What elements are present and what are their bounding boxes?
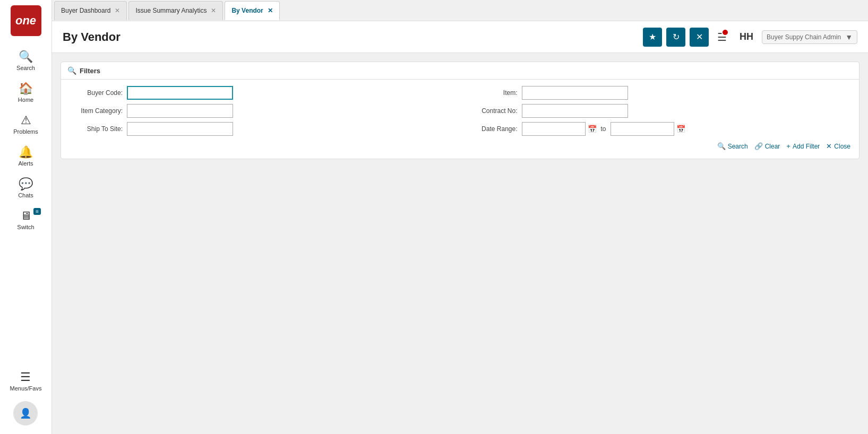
- add-filter-icon: +: [786, 142, 790, 150]
- header-actions: ★ ↻ ✕ ☰ HH Buyer Suppy Chain Admin ▼: [643, 28, 857, 47]
- tab-buyer-dashboard[interactable]: Buyer Dashboard ✕: [54, 1, 127, 20]
- buyer-code-label: Buyer Code:: [70, 89, 123, 97]
- sidebar-item-alerts[interactable]: 🔔 Alerts: [0, 140, 51, 172]
- filter-row-date-range: Date Range: 📅 to 📅: [465, 122, 851, 136]
- notification-dot: [721, 29, 729, 36]
- item-label: Item:: [465, 89, 518, 97]
- search-filter-label: Search: [728, 143, 748, 150]
- ship-to-site-label: Ship To Site:: [70, 125, 123, 133]
- close-filter-icon: ✕: [826, 142, 832, 150]
- filter-actions: 🔍 Search 🔗 Clear + Add Filter ✕ Close: [61, 136, 859, 150]
- filters-header: 🔍 Filters: [61, 62, 859, 80]
- sidebar: one 🔍 Search 🏠 Home ⚠ Problems 🔔 Alerts …: [0, 0, 52, 434]
- close-icon: ✕: [696, 32, 703, 42]
- item-input[interactable]: [522, 86, 628, 100]
- sidebar-item-home-label: Home: [18, 97, 33, 103]
- user-initials: HH: [740, 31, 753, 42]
- contract-no-input[interactable]: [522, 104, 628, 118]
- app-logo[interactable]: one: [11, 5, 41, 36]
- filters-panel: 🔍 Filters Buyer Code: Item Category: Shi…: [61, 62, 860, 159]
- clear-filter-icon: 🔗: [754, 142, 763, 150]
- filters-right-col: Item: Contract No: Date Range: 📅 to: [465, 86, 851, 136]
- tab-issue-summary-analytics[interactable]: Issue Summary Analytics ✕: [128, 1, 223, 20]
- sidebar-item-menus-favs[interactable]: ☰ Menus/Favs: [10, 365, 42, 397]
- filter-icon: 🔍: [67, 66, 76, 75]
- calendar-from-icon[interactable]: 📅: [588, 125, 597, 133]
- tab-buyer-dashboard-close[interactable]: ✕: [115, 7, 120, 14]
- user-role-label: Buyer Suppy Chain Admin: [767, 33, 845, 41]
- sidebar-item-search-label: Search: [16, 65, 35, 71]
- add-filter-label: Add Filter: [793, 143, 820, 150]
- favorite-button[interactable]: ★: [643, 28, 662, 47]
- sidebar-item-problems[interactable]: ⚠ Problems: [0, 108, 51, 140]
- sidebar-item-problems-label: Problems: [13, 128, 38, 135]
- refresh-icon: ↻: [673, 32, 680, 42]
- ship-to-site-input[interactable]: [127, 122, 233, 136]
- menus-favs-icon: ☰: [20, 370, 31, 384]
- user-avatar-button[interactable]: 👤: [13, 401, 38, 426]
- date-to-separator: to: [601, 125, 606, 133]
- tab-by-vendor-label: By Vendor: [231, 7, 263, 14]
- user-role-dropdown[interactable]: Buyer Suppy Chain Admin ▼: [762, 30, 857, 44]
- close-page-button[interactable]: ✕: [690, 28, 709, 47]
- item-category-label: Item Category:: [70, 107, 123, 115]
- dropdown-arrow-icon: ▼: [845, 33, 853, 41]
- filter-row-item: Item:: [465, 86, 851, 100]
- search-filter-button[interactable]: 🔍 Search: [717, 142, 748, 150]
- tab-issue-summary-analytics-label: Issue Summary Analytics: [135, 7, 207, 14]
- page-header: By Vendor ★ ↻ ✕ ☰ HH Buyer Suppy Chain A…: [52, 21, 868, 53]
- tab-by-vendor-close[interactable]: ✕: [268, 7, 273, 14]
- clear-filter-button[interactable]: 🔗 Clear: [754, 142, 780, 150]
- filter-row-item-category: Item Category:: [70, 104, 456, 118]
- menu-icon-wrapper[interactable]: ☰: [717, 31, 727, 44]
- filter-row-contract-no: Contract No:: [465, 104, 851, 118]
- avatar-icon: 👤: [20, 407, 31, 419]
- filter-row-ship-to-site: Ship To Site:: [70, 122, 456, 136]
- main-area: Buyer Dashboard ✕ Issue Summary Analytic…: [52, 0, 868, 434]
- refresh-button[interactable]: ↻: [666, 28, 685, 47]
- tab-by-vendor[interactable]: By Vendor ✕: [225, 1, 279, 20]
- filters-grid: Buyer Code: Item Category: Ship To Site:: [61, 86, 859, 136]
- date-range-inputs: 📅 to 📅: [522, 122, 685, 136]
- warning-icon: ⚠: [21, 114, 31, 127]
- buyer-code-input[interactable]: [127, 86, 233, 100]
- close-filter-button[interactable]: ✕ Close: [826, 142, 850, 150]
- sidebar-item-search[interactable]: 🔍 Search: [0, 45, 51, 76]
- tab-issue-summary-analytics-close[interactable]: ✕: [211, 7, 216, 14]
- calendar-to-icon[interactable]: 📅: [676, 125, 685, 133]
- tab-buyer-dashboard-label: Buyer Dashboard: [61, 7, 110, 14]
- switch-badge: ≡: [33, 208, 41, 215]
- sidebar-item-alerts-label: Alerts: [18, 160, 33, 167]
- search-filter-icon: 🔍: [717, 142, 726, 150]
- bell-icon: 🔔: [19, 145, 33, 159]
- sidebar-item-chats-label: Chats: [18, 192, 33, 198]
- date-from-input[interactable]: [522, 122, 586, 136]
- filters-left-col: Buyer Code: Item Category: Ship To Site:: [70, 86, 456, 136]
- date-to-input[interactable]: [611, 122, 674, 136]
- page-content: 🔍 Filters Buyer Code: Item Category: Shi…: [52, 53, 868, 434]
- clear-filter-label: Clear: [765, 143, 780, 150]
- sidebar-item-home[interactable]: 🏠 Home: [0, 76, 51, 108]
- chat-icon: 💬: [19, 177, 33, 191]
- sidebar-item-chats[interactable]: 💬 Chats: [0, 172, 51, 204]
- logo-text: one: [15, 14, 36, 28]
- page-title: By Vendor: [63, 30, 643, 44]
- close-filter-label: Close: [834, 143, 850, 150]
- item-category-input[interactable]: [127, 104, 233, 118]
- add-filter-button[interactable]: + Add Filter: [786, 142, 820, 150]
- switch-icon: 🖥: [20, 209, 32, 223]
- sidebar-item-menus-favs-label: Menus/Favs: [10, 385, 42, 392]
- tab-bar: Buyer Dashboard ✕ Issue Summary Analytic…: [52, 0, 868, 21]
- date-range-label: Date Range:: [465, 125, 518, 133]
- search-icon: 🔍: [19, 50, 33, 64]
- contract-no-label: Contract No:: [465, 107, 518, 115]
- filter-row-buyer-code: Buyer Code:: [70, 86, 456, 100]
- sidebar-item-switch[interactable]: 🖥 ≡ Switch: [0, 204, 51, 236]
- home-icon: 🏠: [19, 82, 33, 96]
- filters-header-label: Filters: [80, 67, 100, 75]
- sidebar-item-switch-label: Switch: [17, 224, 34, 230]
- star-icon: ★: [649, 32, 656, 42]
